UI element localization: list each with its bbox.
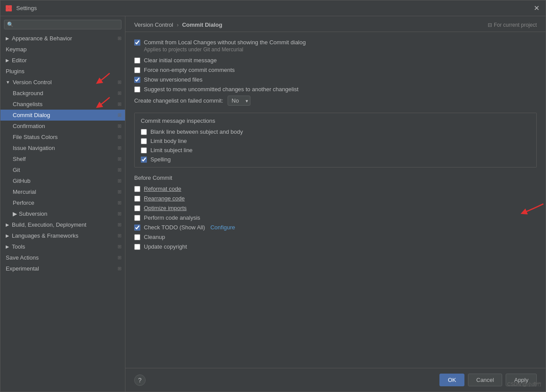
expand-arrow: ▼ [6,80,10,85]
sidebar-item-file-status-colors[interactable]: File Status Colors ⊞ [0,132,125,143]
sidebar-item-label: Perforce [13,200,34,206]
project-link[interactable]: ⊟ For current project [488,22,537,28]
search-icon: 🔍 [7,21,14,28]
copy-icon: ⊞ [118,79,121,85]
close-button[interactable]: ✕ [532,4,541,13]
sidebar-item-label: Keymap [6,46,27,53]
sidebar-item-confirmation[interactable]: Confirmation ⊞ [0,121,125,132]
sidebar-item-background[interactable]: Background ⊞ [0,88,125,99]
update-copyright-checkbox[interactable] [134,244,140,250]
copy-icon: ⊞ [118,134,121,140]
expand-arrow: ▶ [6,244,9,249]
reformat-code-checkbox[interactable] [134,186,140,192]
breadcrumb-current: Commit Dialog [182,21,222,28]
cancel-button[interactable]: Cancel [468,374,502,386]
spelling-checkbox[interactable] [141,157,147,163]
sidebar: 🔍 ▶ Appearance & Behavior ⊞ Keymap ▶ Edi… [0,16,125,392]
show-unversioned-checkbox[interactable] [134,77,140,83]
sidebar-item-changelists[interactable]: Changelists ⊞ [0,99,125,110]
copy-icon: ⊞ [118,101,121,107]
copy-icon: ⊞ [118,233,121,239]
cleanup-row: Cleanup [134,234,537,240]
help-button[interactable]: ? [134,374,146,386]
sidebar-item-issue-navigation[interactable]: Issue Navigation ⊞ [0,143,125,153]
sidebar-item-label: Shelf [13,156,26,162]
copy-icon: ⊞ [118,90,121,96]
show-unversioned-label: Show unversioned files [144,76,203,83]
inspections-title: Commit message inspections [141,118,530,124]
sidebar-item-label: Issue Navigation [13,145,55,151]
sidebar-item-git[interactable]: Git ⊞ [0,164,125,175]
copy-icon: ⊞ [118,178,121,184]
sidebar-item-label: Confirmation [13,123,45,129]
search-box[interactable]: 🔍 [4,20,121,29]
sidebar-item-languages[interactable]: ▶ Languages & Frameworks ⊞ [0,230,125,241]
force-nonempty-checkbox[interactable] [134,67,140,73]
sidebar-item-label: Background [13,90,43,96]
sidebar-item-label: Build, Execution, Deployment [12,221,86,228]
before-commit-title: Before Commit [134,175,537,181]
optimize-imports-checkbox[interactable] [134,205,140,211]
blank-line-label: Blank line between subject and body [150,128,243,135]
search-input[interactable] [15,21,118,28]
sidebar-item-github[interactable]: GitHub ⊞ [0,175,125,186]
svg-rect-2 [6,8,9,11]
commit-from-local-sublabel: Applies to projects under Git and Mercur… [144,46,537,53]
sidebar-item-shelf[interactable]: Shelf ⊞ [0,153,125,164]
blank-line-checkbox[interactable] [141,129,147,135]
sidebar-item-version-control[interactable]: ▼ Version Control ⊞ [0,77,125,88]
sidebar-item-label: Git [13,167,20,173]
sidebar-item-editor[interactable]: ▶ Editor [0,55,125,66]
optimize-imports-row: Optimize imports [134,205,537,211]
sidebar-item-mercurial[interactable]: Mercurial ⊞ [0,186,125,197]
sidebar-item-subversion[interactable]: ▶ Subversion ⊞ [0,208,125,219]
clear-initial-checkbox[interactable] [134,57,140,64]
copy-icon: ⊞ [118,222,121,228]
rearrange-code-checkbox[interactable] [134,196,140,202]
rearrange-code-row: Rearrange code [134,195,537,202]
sidebar-item-build[interactable]: ▶ Build, Execution, Deployment ⊞ [0,219,125,230]
copy-icon: ⊞ [118,112,121,118]
sidebar-item-perforce[interactable]: Perforce ⊞ [0,197,125,208]
perform-analysis-checkbox[interactable] [134,215,140,221]
sidebar-item-experimental[interactable]: Experimental ⊞ [0,263,125,274]
sidebar-item-label: Appearance & Behavior [12,35,72,42]
spelling-label: Spelling [150,156,171,163]
sidebar-item-appearance[interactable]: ▶ Appearance & Behavior ⊞ [0,33,125,44]
clear-initial-label: Clear initial commit message [144,57,217,64]
commit-from-local-checkbox[interactable] [134,39,140,46]
sidebar-item-label: Editor [12,57,27,64]
main-content-area: 🔍 ▶ Appearance & Behavior ⊞ Keymap ▶ Edi… [0,16,546,392]
sidebar-item-label: File Status Colors [13,134,58,140]
project-icon: ⊟ [488,22,492,28]
rearrange-code-label: Rearrange code [144,195,185,202]
suggest-move-label: Suggest to move uncommitted changes to a… [144,86,299,93]
create-changelist-row: Create changelist on failed commit: No Y… [134,96,537,106]
create-changelist-dropdown[interactable]: No Yes [228,96,250,106]
sidebar-item-tools[interactable]: ▶ Tools ⊞ [0,241,125,252]
ok-button[interactable]: OK [439,374,464,386]
page-header: Version Control › Commit Dialog ⊟ For cu… [125,16,546,32]
sidebar-item-plugins[interactable]: Plugins [0,66,125,77]
sidebar-item-label: Save Actions [6,254,39,261]
check-todo-row: Check TODO (Show All) Configure [134,224,537,231]
sidebar-item-label: Changelists [13,101,43,107]
commit-from-local-label: Commit from Local Changes without showin… [144,39,306,46]
sidebar-item-label: Experimental [6,265,39,272]
limit-subject-checkbox[interactable] [141,147,147,153]
check-todo-checkbox[interactable] [134,225,140,231]
expand-arrow: ▶ [6,58,9,63]
expand-arrow: ▶ [6,222,9,227]
blank-line-row: Blank line between subject and body [141,128,530,135]
svg-rect-1 [9,5,12,8]
sidebar-item-label: Subversion [19,210,47,217]
sidebar-item-save-actions[interactable]: Save Actions ⊞ [0,252,125,263]
limit-body-checkbox[interactable] [141,138,147,144]
configure-link[interactable]: Configure [211,224,235,231]
sidebar-item-label: Languages & Frameworks [12,232,79,239]
perform-analysis-label: Perform code analysis [144,214,200,221]
suggest-move-checkbox[interactable] [134,86,140,93]
sidebar-item-commit-dialog[interactable]: Commit Dialog ⊞ [0,110,125,121]
sidebar-item-keymap[interactable]: Keymap [0,44,125,55]
cleanup-checkbox[interactable] [134,234,140,240]
